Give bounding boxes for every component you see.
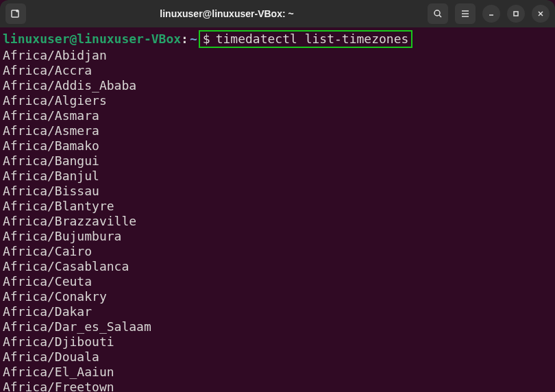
prompt-dollar: $	[203, 32, 210, 47]
terminal-body[interactable]: linuxuser@linuxuser-VBox: ~ $ timedatect…	[0, 27, 555, 392]
svg-point-3	[434, 10, 440, 16]
svg-rect-9	[514, 12, 518, 16]
output-line: Africa/Abidjan	[3, 48, 552, 63]
prompt-line: linuxuser@linuxuser-VBox: ~ $ timedatect…	[3, 30, 552, 48]
new-tab-icon	[10, 8, 21, 19]
output-line: Africa/Bujumbura	[3, 229, 552, 244]
titlebar-left-controls	[5, 3, 26, 24]
output-line: Africa/Bamako	[3, 138, 552, 154]
output-line: Africa/Ceuta	[3, 274, 552, 289]
terminal-output: Africa/AbidjanAfrica/AccraAfrica/Addis_A…	[3, 48, 552, 392]
prompt-userhost: linuxuser@linuxuser-VBox	[3, 32, 181, 47]
minimize-icon	[487, 10, 495, 18]
command-text: timedatectl list-timezones	[216, 32, 409, 47]
command-highlight-box: $ timedatectl list-timezones	[199, 30, 413, 48]
output-line: Africa/Bissau	[3, 184, 552, 199]
menu-button[interactable]	[455, 3, 476, 24]
output-line: Africa/Douala	[3, 350, 552, 365]
new-tab-button[interactable]	[5, 3, 26, 24]
output-line: Africa/Asmara	[3, 108, 552, 123]
output-line: Africa/Banjul	[3, 169, 552, 184]
output-line: Africa/Dar_es_Salaam	[3, 319, 552, 334]
output-line: Africa/Freetown	[3, 380, 552, 392]
prompt-separator: :	[181, 32, 188, 47]
svg-line-4	[439, 15, 441, 17]
output-line: Africa/Addis_Ababa	[3, 78, 552, 93]
output-line: Africa/Dakar	[3, 304, 552, 319]
output-line: Africa/Asmera	[3, 123, 552, 138]
search-button[interactable]	[428, 3, 448, 24]
window-titlebar: linuxuser@linuxuser-VBox: ~	[0, 0, 555, 27]
output-line: Africa/Casablanca	[3, 259, 552, 274]
output-line: Africa/Blantyre	[3, 199, 552, 214]
hamburger-icon	[460, 9, 470, 19]
output-line: Africa/Djibouti	[3, 334, 552, 350]
maximize-icon	[512, 10, 520, 18]
output-line: Africa/Accra	[3, 63, 552, 78]
close-icon	[536, 10, 545, 18]
output-line: Africa/Brazzaville	[3, 214, 552, 229]
titlebar-right-controls	[428, 3, 550, 24]
close-button[interactable]	[532, 5, 550, 23]
output-line: Africa/Bangui	[3, 154, 552, 169]
output-line: Africa/Conakry	[3, 289, 552, 304]
window-title: linuxuser@linuxuser-VBox: ~	[26, 8, 428, 19]
output-line: Africa/Cairo	[3, 244, 552, 259]
output-line: Africa/Algiers	[3, 93, 552, 108]
output-line: Africa/El_Aaiun	[3, 365, 552, 380]
search-icon	[433, 9, 443, 19]
minimize-button[interactable]	[482, 5, 500, 23]
prompt-path: ~	[190, 32, 197, 47]
maximize-button[interactable]	[507, 5, 525, 23]
